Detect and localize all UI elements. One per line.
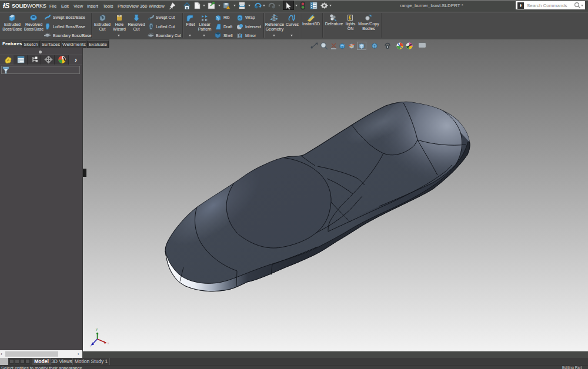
svg-text:z: z	[90, 344, 92, 348]
svg-text:y: y	[96, 327, 98, 331]
svg-text:x: x	[108, 341, 109, 345]
svg-text:!: !	[228, 6, 228, 9]
svg-text:a: a	[239, 16, 241, 20]
